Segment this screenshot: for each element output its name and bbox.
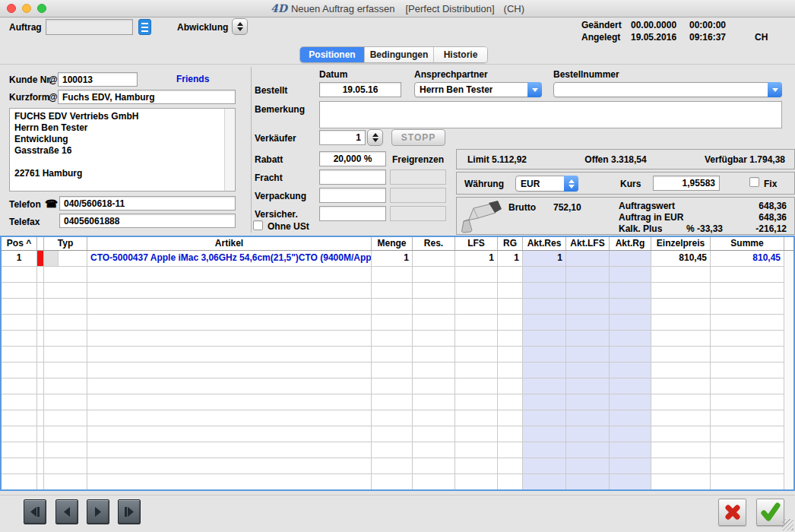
- bestellnummer-select[interactable]: [553, 82, 782, 97]
- cell-res: [413, 283, 455, 298]
- table-row[interactable]: 1CTO-5000437 Apple iMac 3,06GHz 54,6cm(2…: [2, 251, 784, 267]
- empty-table-row: [2, 410, 784, 426]
- close-button[interactable]: [7, 4, 16, 13]
- column-header-einzelpreis[interactable]: Einzelpreis: [651, 237, 711, 250]
- empty-table-row: [2, 315, 784, 331]
- last-record-button[interactable]: [118, 499, 141, 524]
- column-header-menge[interactable]: Menge: [372, 237, 413, 250]
- cell-pos: [2, 378, 37, 394]
- cell-akt-lfs: [566, 394, 610, 410]
- resize-grip[interactable]: [782, 519, 793, 530]
- address-scrollbar[interactable]: [224, 109, 235, 191]
- ohne-ust-checkbox[interactable]: [253, 220, 263, 230]
- kalk-plus-label: Kalk. Plus: [619, 223, 662, 234]
- cell-artikel: [87, 315, 372, 330]
- cell-indicator: [37, 251, 44, 266]
- cell-akt-res: [523, 347, 566, 362]
- cell-akt-lfs: [566, 347, 610, 362]
- cell-artikel: [87, 442, 372, 458]
- verkaeufer-input[interactable]: [319, 130, 366, 145]
- abwicklung-stepper[interactable]: [232, 18, 248, 35]
- next-record-button[interactable]: [87, 499, 109, 524]
- tab-historie[interactable]: Historie: [433, 47, 487, 62]
- cell-akt-lfs: [566, 378, 610, 394]
- fracht-input[interactable]: [319, 169, 386, 185]
- cell-akt-rg: [610, 394, 651, 410]
- cell-indicator: [37, 394, 44, 410]
- column-header-artikel[interactable]: Artikel: [87, 237, 372, 250]
- rabatt-input[interactable]: [319, 151, 386, 166]
- customer-group-link[interactable]: Friends: [176, 74, 209, 84]
- ansprechpartner-select[interactable]: Herrn Ben Tester: [414, 82, 542, 97]
- next-record-icon: [92, 507, 104, 517]
- listbox-scrollbar[interactable]: [784, 251, 793, 489]
- cell-akt-res: 1: [523, 251, 566, 266]
- cell-indicator: [37, 426, 44, 442]
- fracht-secondary-field: [390, 169, 446, 185]
- address-textarea[interactable]: FUCHS EDV Vertriebs GmbH Herrn Ben Teste…: [9, 108, 236, 192]
- ok-button[interactable]: [756, 499, 784, 526]
- cell-typ: [44, 315, 87, 330]
- cell-menge: [372, 267, 413, 282]
- column-header-summe[interactable]: Summe: [711, 237, 784, 250]
- cell-rg: [498, 347, 523, 362]
- cell-typ: [44, 474, 87, 489]
- cell-rg: [498, 442, 523, 458]
- tab-bedingungen[interactable]: Bedingungen: [364, 47, 433, 62]
- stopp-button[interactable]: STOPP: [391, 129, 445, 146]
- telefon-input[interactable]: [59, 196, 236, 211]
- cell-akt-res: [523, 267, 566, 282]
- cancel-button[interactable]: [718, 499, 746, 526]
- empty-table-row: [2, 299, 784, 315]
- column-header-typ[interactable]: Typ: [44, 237, 87, 250]
- waehrung-label: Währung: [464, 179, 504, 189]
- kurzform-input[interactable]: [58, 90, 236, 104]
- bestellt-date-input[interactable]: [319, 82, 401, 97]
- cell-akt-rg: [610, 315, 651, 330]
- column-header-res[interactable]: Res.: [413, 237, 455, 250]
- previous-record-button[interactable]: [55, 499, 78, 524]
- fix-checkbox[interactable]: [749, 177, 759, 187]
- auftrag-input[interactable]: [46, 19, 133, 35]
- minimize-button[interactable]: [22, 4, 31, 13]
- kurs-input[interactable]: [653, 176, 720, 191]
- cell-summe: [711, 267, 784, 282]
- column-header-rg[interactable]: RG: [498, 237, 523, 250]
- cell-typ: [44, 251, 87, 266]
- zoom-button[interactable]: [37, 4, 46, 13]
- first-record-icon: [29, 507, 41, 517]
- cell-einzelpreis: [651, 442, 711, 458]
- kunde-nr-input[interactable]: [58, 72, 138, 87]
- cell-akt-res: [523, 315, 566, 330]
- column-header-akt-rg[interactable]: Akt.Rg: [610, 237, 651, 250]
- cell-akt-rg: [610, 474, 651, 489]
- empty-table-row: [2, 458, 784, 474]
- cell-res: [413, 267, 455, 282]
- column-header-pos[interactable]: Pos ^: [2, 237, 37, 250]
- bemerkung-textarea[interactable]: [319, 101, 782, 128]
- telefax-input[interactable]: [59, 214, 236, 228]
- waehrung-select[interactable]: EUR: [515, 176, 578, 192]
- cell-lfs: [455, 426, 498, 442]
- order-list-icon[interactable]: [138, 19, 151, 35]
- verpackung-label: Verpackung: [255, 191, 306, 201]
- first-record-button[interactable]: [24, 499, 46, 524]
- modified-date: 00.00.0000: [631, 20, 676, 30]
- cell-einzelpreis: [651, 347, 711, 362]
- cell-pos: [2, 426, 37, 442]
- verpackung-input[interactable]: [319, 188, 386, 203]
- empty-table-row: [2, 394, 784, 410]
- column-header-akt-lfs[interactable]: Akt.LFS: [566, 237, 610, 250]
- verkaeufer-stepper[interactable]: [367, 129, 383, 146]
- cell-akt-rg: [610, 442, 651, 458]
- column-header-lfs[interactable]: LFS: [455, 237, 498, 250]
- waehrung-value: EUR: [521, 179, 540, 189]
- cell-summe: [711, 426, 784, 442]
- cell-pos: [2, 283, 37, 298]
- column-header-akt-res[interactable]: Akt.Res: [523, 237, 566, 250]
- versicherung-input[interactable]: [319, 206, 386, 221]
- empty-table-row: [2, 267, 784, 283]
- window-title-language: (CH): [504, 3, 524, 14]
- column-header-indicator[interactable]: [37, 237, 44, 250]
- tab-positionen[interactable]: Positionen: [300, 47, 364, 62]
